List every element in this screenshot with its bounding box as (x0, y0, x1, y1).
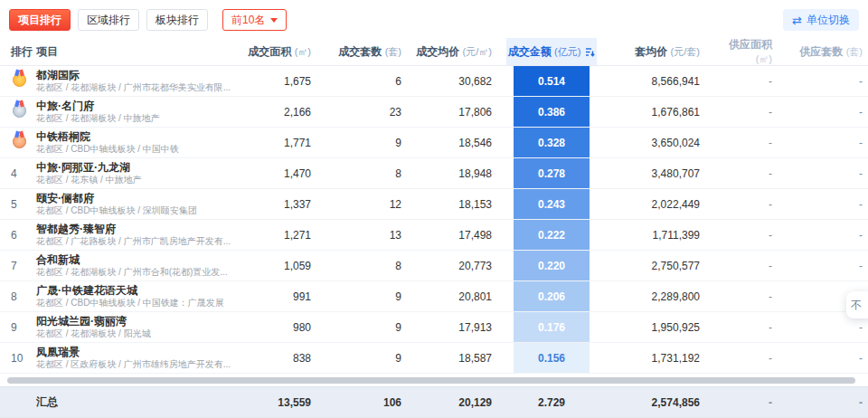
top10-filter-dropdown[interactable]: 前10名 (222, 9, 287, 31)
header-avg-price: 套均价 (元/套) (597, 44, 714, 60)
horizontal-scrollbar[interactable] (7, 377, 855, 384)
header-supply-units: 供应套数 (套) (787, 44, 868, 60)
deal-units-cell: 9 (326, 137, 416, 149)
project-desc: 花都区 / 花东镇 / 中旅地产 (36, 175, 240, 185)
table-body: 都湖国际花都区 / 花都湖板块 / 广州市花都华美实业有限...1,675630… (0, 66, 868, 374)
deal-price-cell: 17,913 (416, 321, 506, 334)
medal-silver-icon (13, 104, 26, 118)
summary-deal-area: 13,559 (240, 396, 326, 409)
deal-units-cell: 9 (326, 352, 416, 365)
supply-area-cell: - (714, 106, 787, 119)
unit-switch-button[interactable]: ⇄ 单位切换 (783, 9, 859, 31)
project-name[interactable]: 中旅·名门府 (36, 100, 240, 112)
deal-price-cell: 17,806 (416, 106, 506, 119)
supply-area-cell: - (714, 321, 787, 334)
rank-cell: 10 (0, 352, 36, 365)
header-deal-amount[interactable]: 成交金额 (亿元) (506, 38, 597, 65)
project-name[interactable]: 凤凰瑞景 (36, 346, 240, 358)
project-name[interactable]: 都湖国际 (36, 69, 240, 81)
deal-units-cell: 9 (326, 290, 416, 303)
tab-sector-ranking[interactable]: 板块排行 (146, 9, 208, 31)
project-cell: 阳光城兰园·翡丽湾花都区 / 花都湖板块 / 阳光城 (36, 315, 240, 339)
floating-side-tab[interactable]: 不 (846, 291, 868, 318)
medal-gold-icon (13, 73, 26, 87)
deal-area-cell: 1,337 (240, 198, 326, 211)
project-cell: 中铁梧桐院花都区 / CBD中轴线板块 / 中国中铁 (36, 130, 240, 155)
table-row[interactable]: 都湖国际花都区 / 花都湖板块 / 广州市花都华美实业有限...1,675630… (0, 66, 868, 97)
project-cell: 合和新城花都区 / 花都湖板块 / 广州市合和(花都)置业发... (36, 253, 240, 278)
project-desc: 花都区 / CBD中轴线板块 / 中国中铁 (36, 144, 240, 155)
swap-arrows-icon: ⇄ (792, 14, 802, 26)
project-cell: 广晟·中铁建花语天城花都区 / CBD中轴线板块 / 中国铁建：广晟发展 (36, 284, 240, 309)
table-row[interactable]: 6智都越秀·臻智府花都区 / 广花路板块 / 广州市广凯房地产开发有...1,2… (0, 220, 868, 251)
rank-cell (0, 104, 36, 120)
deal-units-cell: 23 (326, 106, 416, 119)
summary-row: 汇总 13,559 106 20,129 2.729 2,574,856 - - (0, 386, 868, 418)
deal-amount-cell: 0.206 (506, 281, 597, 311)
project-name[interactable]: 中铁梧桐院 (36, 130, 240, 143)
supply-units-cell: - (787, 106, 868, 119)
table-row[interactable]: 8广晟·中铁建花语天城花都区 / CBD中轴线板块 / 中国铁建：广晟发展991… (0, 281, 868, 312)
avg-price-cell: 1,711,399 (597, 229, 714, 242)
deal-units-cell: 9 (326, 321, 416, 334)
table-header-row: 排行 项目 成交面积 (㎡) 成交套数 (套) 成交均价 (元/㎡) 成交金额 … (0, 38, 868, 66)
deal-amount-cell: 0.222 (506, 220, 597, 250)
project-name[interactable]: 中旅·阿那亚·九龙湖 (36, 161, 240, 174)
project-name[interactable]: 智都越秀·臻智府 (36, 223, 240, 235)
deal-units-cell: 8 (326, 260, 416, 272)
tab-region-ranking[interactable]: 区域排行 (78, 9, 139, 31)
supply-units-cell: - (787, 229, 868, 242)
rank-cell: 7 (0, 260, 36, 272)
summary-avg-price: 2,574,856 (597, 396, 714, 409)
amount-heat-cell: 0.176 (514, 312, 590, 342)
table-row[interactable]: 5颐安·俪都府花都区 / CBD中轴线板块 / 深圳颐安集团1,3371218,… (0, 189, 868, 220)
project-cell: 智都越秀·臻智府花都区 / 广花路板块 / 广州市广凯房地产开发有... (36, 223, 240, 247)
deal-amount-cell: 0.278 (506, 158, 597, 188)
summary-label: 汇总 (36, 394, 240, 410)
supply-units-cell: - (787, 167, 868, 180)
table-row[interactable]: 4中旅·阿那亚·九龙湖花都区 / 花东镇 / 中旅地产1,470818,9480… (0, 158, 868, 189)
project-cell: 中旅·名门府花都区 / 花都湖板块 / 中旅地产 (36, 100, 240, 124)
project-cell: 中旅·阿那亚·九龙湖花都区 / 花东镇 / 中旅地产 (36, 161, 240, 185)
table-row[interactable]: 7合和新城花都区 / 花都湖板块 / 广州市合和(花都)置业发...1,0598… (0, 251, 868, 281)
unit-switch-label: 单位切换 (807, 13, 850, 28)
header-deal-units: 成交套数 (套) (326, 44, 416, 60)
deal-units-cell: 8 (326, 167, 416, 180)
deal-area-cell: 1,675 (240, 75, 326, 88)
table-row[interactable]: 中铁梧桐院花都区 / CBD中轴线板块 / 中国中铁1,771918,5460.… (0, 128, 868, 158)
rank-number: 6 (11, 229, 17, 242)
table-row[interactable]: 9阳光城兰园·翡丽湾花都区 / 花都湖板块 / 阳光城980917,9130.1… (0, 312, 868, 343)
summary-deal-units: 106 (326, 396, 416, 409)
deal-price-cell: 18,587 (416, 352, 506, 365)
tab-project-ranking[interactable]: 项目排行 (9, 9, 71, 31)
table-row[interactable]: 10凤凰瑞景花都区 / 区政府板块 / 广州市雄纬房地产开发有...838918… (0, 343, 868, 374)
project-name[interactable]: 颐安·俪都府 (36, 192, 240, 204)
project-cell: 颐安·俪都府花都区 / CBD中轴线板块 / 深圳颐安集团 (36, 192, 240, 216)
project-desc: 花都区 / 区政府板块 / 广州市雄纬房地产开发有... (36, 359, 240, 370)
sort-icon[interactable] (585, 47, 595, 57)
project-name[interactable]: 阳光城兰园·翡丽湾 (36, 315, 240, 328)
deal-amount-cell: 0.514 (506, 66, 597, 96)
header-deal-area: 成交面积 (㎡) (240, 44, 326, 60)
rank-cell (0, 73, 36, 90)
avg-price-cell: 3,650,024 (597, 137, 714, 149)
rank-number: 8 (11, 290, 17, 303)
header-supply-area: 供应面积 (㎡) (714, 37, 787, 66)
project-name[interactable]: 合和新城 (36, 253, 240, 266)
deal-units-cell: 13 (326, 229, 416, 242)
project-name[interactable]: 广晟·中铁建花语天城 (36, 284, 240, 297)
table-row[interactable]: 中旅·名门府花都区 / 花都湖板块 / 中旅地产2,1662317,8060.3… (0, 97, 868, 128)
deal-units-cell: 6 (326, 75, 416, 88)
deal-area-cell: 1,271 (240, 229, 326, 242)
amount-heat-cell: 0.386 (514, 97, 590, 127)
deal-area-cell: 1,470 (240, 167, 326, 180)
deal-price-cell: 18,153 (416, 198, 506, 211)
supply-area-cell: - (714, 198, 787, 211)
project-desc: 花都区 / CBD中轴线板块 / 中国铁建：广晟发展 (36, 298, 240, 309)
supply-area-cell: - (714, 290, 787, 303)
project-cell: 凤凰瑞景花都区 / 区政府板块 / 广州市雄纬房地产开发有... (36, 346, 240, 370)
medal-bronze-icon (13, 135, 26, 148)
project-desc: 花都区 / CBD中轴线板块 / 深圳颐安集团 (36, 205, 240, 216)
avg-price-cell: 1,731,192 (597, 352, 714, 365)
amount-heat-cell: 0.220 (514, 251, 590, 280)
